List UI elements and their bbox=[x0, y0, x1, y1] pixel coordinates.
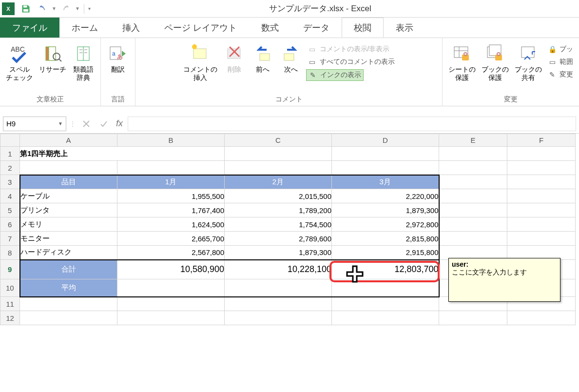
tab-review[interactable]: 校閲 bbox=[342, 18, 384, 38]
track-changes-button[interactable]: ✎ 変更 bbox=[546, 69, 575, 80]
cell-D1[interactable] bbox=[332, 147, 439, 161]
cell-F12[interactable] bbox=[507, 311, 576, 325]
tab-home[interactable]: ホーム bbox=[59, 18, 110, 38]
share-workbook-button[interactable]: ブックの 共有 bbox=[513, 41, 544, 84]
col-header-B[interactable]: B bbox=[117, 134, 225, 147]
cell-B8[interactable]: 2,567,800 bbox=[117, 246, 225, 260]
cell-C3[interactable]: 2月 bbox=[225, 175, 332, 189]
row-header-4[interactable]: 4 bbox=[0, 189, 20, 203]
cell-D4[interactable]: 2,220,000 bbox=[332, 189, 439, 203]
cell-C6[interactable]: 1,754,500 bbox=[225, 217, 332, 232]
cell-E7[interactable] bbox=[439, 232, 507, 246]
allow-ranges-button[interactable]: ▭ 範囲 bbox=[546, 57, 575, 67]
cell-F1[interactable] bbox=[507, 147, 576, 161]
tab-file[interactable]: ファイル bbox=[0, 18, 59, 38]
cell-A6[interactable]: メモリ bbox=[20, 217, 117, 232]
cell-D6[interactable]: 2,972,800 bbox=[332, 217, 439, 232]
cell-A12[interactable] bbox=[20, 311, 117, 325]
translate-button[interactable]: aあ 翻訳 bbox=[105, 41, 131, 76]
row-header-1[interactable]: 1 bbox=[0, 147, 20, 161]
comment-popup[interactable]: user: ここに文字を入力します bbox=[448, 258, 560, 302]
cell-D9[interactable]: 12,803,700 bbox=[332, 260, 439, 279]
cell-C8[interactable]: 1,879,300 bbox=[225, 246, 332, 260]
cell-A10[interactable]: 平均 bbox=[20, 279, 117, 297]
spell-check-button[interactable]: ABC スペル チェック bbox=[4, 41, 35, 84]
cell-D10[interactable] bbox=[332, 279, 439, 297]
protect-share-button[interactable]: 🔒 ブッ bbox=[546, 44, 575, 55]
cell-C10[interactable] bbox=[225, 279, 332, 297]
cell-A7[interactable]: モニター bbox=[20, 232, 117, 246]
cell-F7[interactable] bbox=[507, 232, 576, 246]
cell-A8[interactable]: ハードディスク bbox=[20, 246, 117, 260]
cell-A11[interactable] bbox=[20, 297, 117, 311]
new-comment-button[interactable]: コメントの 挿入 bbox=[181, 41, 219, 84]
fx-icon[interactable]: fx bbox=[114, 118, 125, 129]
protect-sheet-button[interactable]: シートの 保護 bbox=[446, 41, 478, 84]
cell-C9[interactable]: 10,228,100 bbox=[225, 260, 332, 279]
cell-F4[interactable] bbox=[507, 189, 576, 203]
cell-C1[interactable] bbox=[225, 147, 332, 161]
research-button[interactable]: リサーチ bbox=[37, 41, 68, 76]
cell-B4[interactable]: 1,955,500 bbox=[117, 189, 225, 203]
cell-A5[interactable]: プリンタ bbox=[20, 203, 117, 217]
prev-comment-button[interactable]: 前へ bbox=[250, 41, 276, 76]
row-header-2[interactable]: 2 bbox=[0, 161, 20, 175]
cell-A4[interactable]: ケーブル bbox=[20, 189, 117, 203]
cell-E2[interactable] bbox=[439, 161, 507, 175]
cell-D3[interactable]: 3月 bbox=[332, 175, 439, 189]
cell-B10[interactable] bbox=[117, 279, 225, 297]
row-header-7[interactable]: 7 bbox=[0, 232, 20, 246]
formula-input[interactable] bbox=[128, 117, 576, 131]
cell-D5[interactable]: 1,879,300 bbox=[332, 203, 439, 217]
col-header-F[interactable]: F bbox=[507, 134, 576, 147]
cell-B11[interactable] bbox=[117, 297, 225, 311]
col-header-E[interactable]: E bbox=[439, 134, 507, 147]
redo-button[interactable] bbox=[58, 2, 73, 16]
cell-E6[interactable] bbox=[439, 217, 507, 232]
protect-workbook-button[interactable]: ブックの 保護 bbox=[480, 41, 511, 84]
cell-E3[interactable] bbox=[439, 175, 507, 189]
cell-B9[interactable]: 10,580,900 bbox=[117, 260, 225, 279]
tab-view[interactable]: 表示 bbox=[384, 18, 425, 38]
cell-F2[interactable] bbox=[507, 161, 576, 175]
cell-C12[interactable] bbox=[225, 311, 332, 325]
tab-page-layout[interactable]: ページ レイアウト bbox=[152, 18, 249, 38]
cell-F6[interactable] bbox=[507, 217, 576, 232]
select-all-corner[interactable] bbox=[0, 134, 20, 147]
row-header-11[interactable]: 11 bbox=[0, 297, 20, 311]
cell-E1[interactable] bbox=[439, 147, 507, 161]
row-header-10[interactable]: 10 bbox=[0, 279, 20, 297]
thesaurus-button[interactable]: 類義語 辞典 bbox=[70, 41, 96, 84]
enter-formula-button[interactable] bbox=[96, 117, 111, 131]
save-button[interactable] bbox=[19, 2, 33, 16]
cell-C5[interactable]: 1,789,200 bbox=[225, 203, 332, 217]
tab-insert[interactable]: 挿入 bbox=[110, 18, 152, 38]
cell-B7[interactable]: 2,665,700 bbox=[117, 232, 225, 246]
cell-C2[interactable] bbox=[225, 161, 332, 175]
cell-D7[interactable]: 2,815,800 bbox=[332, 232, 439, 246]
cancel-formula-button[interactable] bbox=[79, 117, 94, 131]
next-comment-button[interactable]: 次へ bbox=[278, 41, 304, 76]
col-header-C[interactable]: C bbox=[225, 134, 332, 147]
show-ink-button[interactable]: ✎ インクの表示 bbox=[306, 69, 364, 81]
row-header-9[interactable]: 9 bbox=[0, 260, 20, 279]
cell-E5[interactable] bbox=[439, 203, 507, 217]
cell-A9[interactable]: 合計 bbox=[20, 260, 117, 279]
row-header-5[interactable]: 5 bbox=[0, 203, 20, 217]
cell-D11[interactable] bbox=[332, 297, 439, 311]
cell-D2[interactable] bbox=[332, 161, 439, 175]
cell-C7[interactable]: 2,789,600 bbox=[225, 232, 332, 246]
cell-B12[interactable] bbox=[117, 311, 225, 325]
cell-B6[interactable]: 1,624,500 bbox=[117, 217, 225, 232]
row-header-6[interactable]: 6 bbox=[0, 217, 20, 232]
spreadsheet-grid[interactable]: A B C D E F 1 第1四半期売上 2 3 品目 1月 2月 3月 4 … bbox=[0, 134, 579, 325]
cell-A1[interactable]: 第1四半期売上 bbox=[20, 147, 225, 161]
row-header-12[interactable]: 12 bbox=[0, 311, 20, 325]
col-header-D[interactable]: D bbox=[332, 134, 439, 147]
cell-B3[interactable]: 1月 bbox=[117, 175, 225, 189]
cell-D12[interactable] bbox=[332, 311, 439, 325]
tab-data[interactable]: データ bbox=[291, 18, 342, 38]
cell-C11[interactable] bbox=[225, 297, 332, 311]
cell-E4[interactable] bbox=[439, 189, 507, 203]
cell-B2[interactable] bbox=[117, 161, 225, 175]
